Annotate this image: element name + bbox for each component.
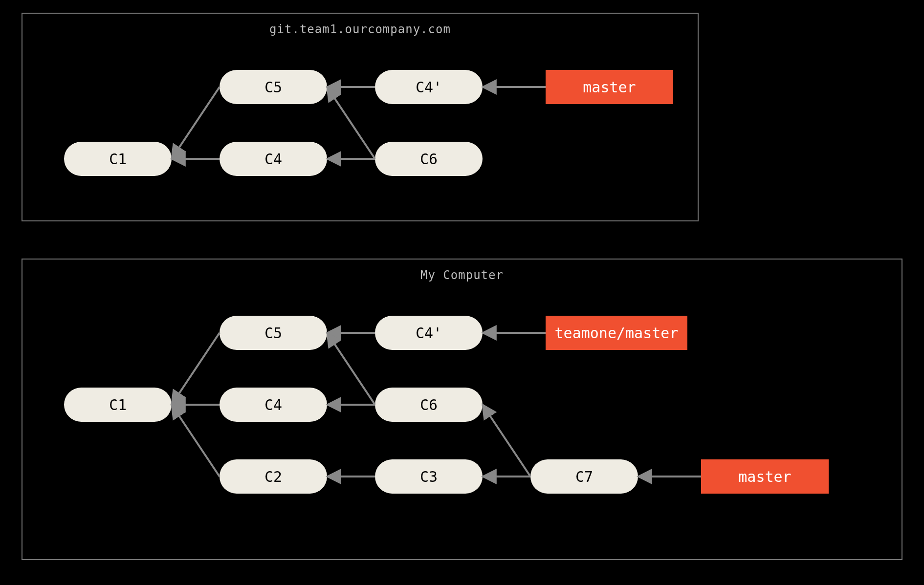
- commit-node: C4': [375, 316, 483, 350]
- commit-node: C4': [375, 70, 483, 104]
- commit-node: C7: [530, 459, 638, 494]
- branch-label: master: [701, 459, 829, 494]
- commit-node: C4: [220, 388, 327, 422]
- commit-node: C5: [220, 70, 327, 104]
- remote-box: git.team1.ourcompany.com: [22, 13, 699, 221]
- commit-node: C5: [220, 316, 327, 350]
- branch-label: master: [546, 70, 673, 104]
- commit-node: C1: [64, 142, 172, 176]
- branch-label: teamone/master: [546, 316, 687, 350]
- commit-node: C6: [375, 142, 483, 176]
- remote-box-title: git.team1.ourcompany.com: [22, 22, 698, 36]
- commit-node: C6: [375, 388, 483, 422]
- local-box-title: My Computer: [22, 268, 902, 282]
- commit-node: C3: [375, 459, 483, 494]
- commit-node: C1: [64, 388, 172, 422]
- commit-node: C2: [220, 459, 327, 494]
- commit-node: C4: [220, 142, 327, 176]
- diagram-canvas: git.team1.ourcompany.com My Computer C1 …: [0, 0, 924, 585]
